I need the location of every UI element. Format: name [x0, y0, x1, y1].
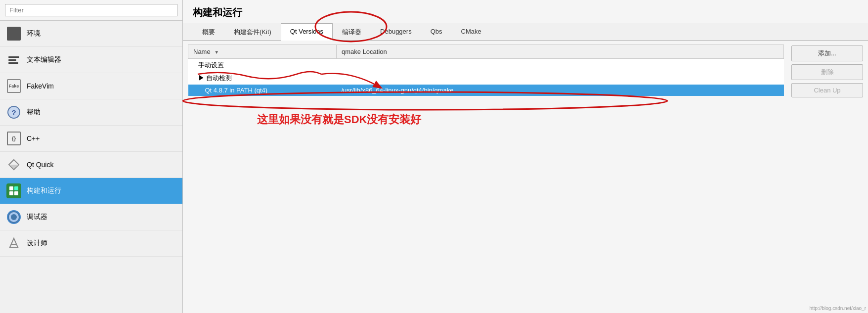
help-icon: ? — [6, 104, 22, 120]
sidebar-item-label-editor: 文本编辑器 — [27, 55, 61, 64]
env-icon — [6, 26, 22, 42]
cleanup-button[interactable]: Clean Up — [791, 83, 863, 97]
filter-bar — [0, 0, 182, 21]
sidebar-item-label-help: 帮助 — [27, 108, 41, 117]
qt-versions-table: Name ▼ qmake Location 手动设置 — [188, 45, 784, 96]
tab-qbs[interactable]: Qbs — [421, 23, 452, 41]
editor-icon — [6, 52, 22, 68]
col-header-qmake: qmake Location — [337, 45, 784, 59]
table-row-qt4[interactable]: Qt 4.8.7 in PATH (qt4) /usr/lib/x86_64-l… — [188, 85, 784, 96]
annotation-text: 这里如果没有就是SDK没有安装好 — [257, 112, 421, 127]
sidebar-item-designer[interactable]: 设计师 — [0, 230, 182, 257]
sidebar-item-editor[interactable]: 文本编辑器 — [0, 47, 182, 73]
group-row-auto[interactable]: ▶ 自动检测 — [188, 72, 784, 85]
qtquick-icon — [6, 157, 22, 173]
svg-rect-4 — [9, 191, 13, 195]
page-title: 构建和运行 — [183, 0, 868, 23]
sidebar-item-help[interactable]: ? 帮助 — [0, 99, 182, 126]
sidebar-item-label-designer: 设计师 — [27, 239, 47, 248]
sidebar-item-debugger[interactable]: 调试器 — [0, 204, 182, 230]
tab-overview[interactable]: 概要 — [193, 23, 224, 41]
remove-button[interactable]: 删除 — [791, 64, 863, 80]
tab-qt-versions[interactable]: Qt Versions — [281, 23, 333, 41]
sidebar-item-label-debugger: 调试器 — [27, 213, 47, 222]
main-content: 构建和运行 概要 构建套件(Kit) Qt Versions 编译器 Debug… — [183, 0, 868, 313]
svg-rect-3 — [14, 186, 18, 190]
sidebar: 环境 文本编辑器 Fake FakeVim — [0, 0, 183, 313]
col-header-name: Name ▼ — [188, 45, 337, 59]
sidebar-item-cpp[interactable]: {} C++ — [0, 126, 182, 152]
sidebar-item-qtquick[interactable]: Qt Quick — [0, 152, 182, 178]
group-row-manual[interactable]: 手动设置 — [188, 59, 784, 72]
svg-rect-5 — [14, 191, 18, 195]
svg-rect-2 — [9, 186, 13, 190]
debugger-icon — [6, 209, 22, 225]
filter-input[interactable] — [5, 4, 177, 16]
tab-cmake[interactable]: CMake — [452, 23, 491, 41]
group-label-manual: 手动设置 — [188, 59, 784, 72]
sidebar-item-label-cpp: C++ — [27, 134, 40, 142]
tab-kits[interactable]: 构建套件(Kit) — [224, 23, 281, 41]
sort-arrow-name: ▼ — [214, 49, 219, 55]
sidebar-item-label-env: 环境 — [27, 29, 41, 38]
sidebar-items: 环境 文本编辑器 Fake FakeVim — [0, 21, 182, 313]
sidebar-item-label-fakevim: FakeVim — [27, 82, 54, 90]
tab-compilers[interactable]: 编译器 — [333, 23, 371, 41]
buildrun-icon — [6, 183, 22, 199]
cpp-icon: {} — [6, 131, 22, 146]
tabs-bar: 概要 构建套件(Kit) Qt Versions 编译器 Debuggers Q… — [183, 23, 868, 41]
sidebar-item-env[interactable]: 环境 — [0, 21, 182, 47]
svg-marker-8 — [10, 238, 18, 247]
sidebar-item-buildrun[interactable]: 构建和运行 — [0, 178, 182, 204]
sidebar-item-label-qtquick: Qt Quick — [27, 161, 53, 169]
tab-panel: Name ▼ qmake Location 手动设置 — [183, 41, 868, 313]
svg-point-7 — [11, 214, 17, 220]
table-area: Name ▼ qmake Location 手动设置 — [183, 41, 789, 313]
add-button[interactable]: 添加... — [791, 45, 863, 61]
sidebar-item-fakevim[interactable]: Fake FakeVim — [0, 73, 182, 99]
sidebar-item-label-buildrun: 构建和运行 — [27, 186, 61, 195]
group-label-auto: ▶ 自动检测 — [188, 72, 784, 85]
qt-version-name: Qt 4.8.7 in PATH (qt4) — [188, 85, 337, 96]
tab-debuggers[interactable]: Debuggers — [371, 23, 421, 41]
right-buttons: 添加... 删除 Clean Up — [789, 41, 868, 313]
fakevim-icon: Fake — [6, 78, 22, 94]
designer-icon — [6, 235, 22, 251]
qt-version-qmake: /usr/lib/x86_64-linux-gnu/qt4/bin/qmake — [337, 85, 784, 96]
